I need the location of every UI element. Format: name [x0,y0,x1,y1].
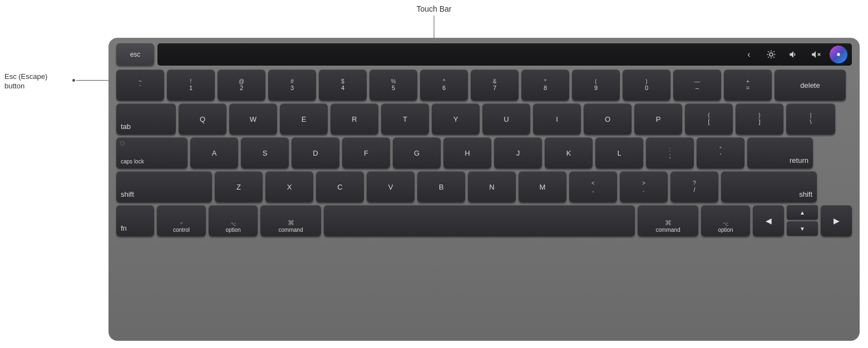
number-row: ~` !1 @2 #3 $4 %5 ^6 &7 [116,69,852,101]
key-3[interactable]: #3 [268,69,316,101]
key-quote[interactable]: "' [697,137,744,168]
qwerty-row: tab Q W E R T Y U I O P {[ }] |\ [116,103,852,135]
key-caps-lock[interactable]: caps lock [116,137,188,168]
key-2[interactable]: @2 [218,69,265,101]
key-6[interactable]: ^6 [420,69,468,101]
key-l[interactable]: L [595,137,643,168]
key-p[interactable]: P [634,103,682,135]
key-y[interactable]: Y [432,103,480,135]
key-semicolon[interactable]: :; [646,137,694,168]
key-bracket-close[interactable]: }] [736,103,783,135]
key-h[interactable]: H [443,137,491,168]
key-period[interactable]: >. [620,171,668,202]
key-1[interactable]: !1 [167,69,215,101]
key-n[interactable]: N [468,171,516,202]
key-7[interactable]: &7 [471,69,519,101]
volume-icon[interactable] [785,46,802,63]
key-x[interactable]: X [265,171,313,202]
key-b[interactable]: B [417,171,465,202]
asdf-row: caps lock A S D F G H J K L :; "' return [116,137,852,168]
key-0[interactable]: )0 [623,69,670,101]
key-d[interactable]: D [292,137,339,168]
key-minus[interactable]: —– [673,69,721,101]
key-s[interactable]: S [241,137,289,168]
svg-line-8 [773,51,775,52]
key-o[interactable]: O [584,103,632,135]
key-e[interactable]: E [280,103,328,135]
key-esc[interactable]: esc [116,43,154,66]
svg-point-0 [770,53,773,56]
key-4[interactable]: $4 [319,69,367,101]
key-arrow-right[interactable]: ▶ [821,205,852,236]
key-space[interactable] [324,205,635,236]
key-g[interactable]: G [393,137,441,168]
key-command-right[interactable]: ⌘ command [638,205,698,236]
page-container: Touch Bar Esc (Escape) button esc ‹ [0,0,868,348]
key-w[interactable]: W [229,103,277,135]
key-control[interactable]: ^ control [157,205,206,236]
key-z[interactable]: Z [215,171,263,202]
key-equals[interactable]: += [724,69,772,101]
touchbar-row: esc ‹ [116,43,852,66]
key-r[interactable]: R [331,103,378,135]
key-option-right[interactable]: ⌥ option [701,205,750,236]
svg-line-3 [768,51,769,52]
key-i[interactable]: I [533,103,581,135]
touchbar-label: Touch Bar [416,4,451,13]
key-arrow-down[interactable]: ▼ [787,221,818,236]
key-9[interactable]: (9 [572,69,620,101]
touchbar-strip: ‹ [157,43,852,66]
key-c[interactable]: C [316,171,364,202]
key-k[interactable]: K [545,137,593,168]
key-arrow-left[interactable]: ◀ [753,205,784,236]
key-j[interactable]: J [494,137,542,168]
zxcv-row: shift Z X C V B N M <, >. ?/ shift [116,171,852,202]
key-f[interactable]: F [342,137,390,168]
key-delete[interactable]: delete [775,69,846,101]
mute-icon[interactable] [807,46,824,63]
key-8[interactable]: *8 [521,69,569,101]
chevron-left-icon[interactable]: ‹ [741,46,757,63]
siri-icon[interactable] [830,46,847,63]
key-tab[interactable]: tab [116,103,176,135]
bottom-row: fn ^ control ⌥ option ⌘ command ⌘ comman… [116,205,852,236]
svg-point-11 [837,53,840,56]
key-u[interactable]: U [482,103,530,135]
key-comma[interactable]: <, [569,171,617,202]
key-bracket-open[interactable]: {[ [685,103,733,135]
key-a[interactable]: A [190,137,238,168]
key-v[interactable]: V [367,171,415,202]
key-shift-left[interactable]: shift [116,171,212,202]
key-5[interactable]: %5 [369,69,417,101]
key-t[interactable]: T [381,103,429,135]
brightness-icon[interactable] [763,46,780,63]
esc-label: Esc (Escape) button [4,72,47,91]
key-shift-right[interactable]: shift [721,171,817,202]
touchbar-line [434,16,435,39]
key-command-left[interactable]: ⌘ command [260,205,321,236]
keyboard: esc ‹ [108,38,860,341]
key-q[interactable]: Q [179,103,226,135]
key-return[interactable]: return [747,137,813,168]
esc-arrow [72,79,110,82]
key-backslash[interactable]: |\ [786,103,835,135]
key-option-left[interactable]: ⌥ option [209,205,258,236]
svg-line-4 [773,57,775,58]
arrow-up-down-container: ▲ ▼ [787,205,818,236]
key-m[interactable]: M [519,171,566,202]
key-slash[interactable]: ?/ [670,171,718,202]
key-tilde-grave[interactable]: ~` [116,69,164,101]
svg-line-7 [768,57,769,58]
key-arrow-up[interactable]: ▲ [787,205,818,220]
key-fn[interactable]: fn [116,205,154,236]
